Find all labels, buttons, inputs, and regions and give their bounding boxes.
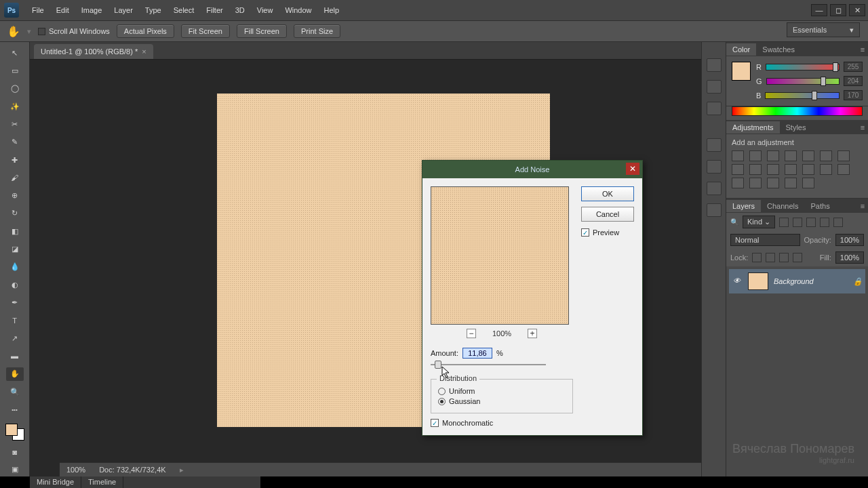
eyedropper-tool-icon[interactable]: ✎ xyxy=(6,136,24,149)
tab-swatches[interactable]: Swatches xyxy=(756,43,801,56)
tab-color[interactable]: Color xyxy=(726,43,756,56)
move-tool-icon[interactable]: ↖ xyxy=(6,46,24,60)
info-panel-icon[interactable] xyxy=(707,102,722,115)
eraser-tool-icon[interactable]: ◧ xyxy=(6,224,24,238)
healing-tool-icon[interactable]: ✚ xyxy=(6,153,24,167)
curves-icon[interactable] xyxy=(767,150,779,161)
tab-mini-bridge[interactable]: Mini Bridge xyxy=(30,476,81,488)
marquee-tool-icon[interactable]: ▭ xyxy=(6,64,24,77)
channel-mixer-icon[interactable] xyxy=(767,164,779,175)
fill-screen-button[interactable]: Fill Screen xyxy=(237,24,287,38)
zoom-out-button[interactable]: − xyxy=(467,329,476,338)
lock-transparency-icon[interactable] xyxy=(752,253,762,262)
type-tool-icon[interactable]: T xyxy=(6,314,24,327)
dialog-titlebar[interactable]: Add Noise ✕ xyxy=(422,161,642,178)
b-value[interactable]: 170 xyxy=(844,90,863,100)
brush-tool-icon[interactable]: 🖌 xyxy=(6,171,24,184)
workspace-switcher[interactable]: Essentials▾ xyxy=(787,22,860,37)
window-close-button[interactable]: ✕ xyxy=(849,4,865,16)
g-value[interactable]: 204 xyxy=(844,76,863,86)
adj-icon-4[interactable] xyxy=(785,178,797,188)
fill-value[interactable]: 100% xyxy=(835,251,864,264)
tab-adjustments[interactable]: Adjustments xyxy=(726,121,780,134)
b-slider[interactable] xyxy=(765,92,840,99)
filter-smart-icon[interactable] xyxy=(833,218,843,227)
amount-input[interactable] xyxy=(462,348,492,359)
cb-icon[interactable] xyxy=(837,150,850,161)
edit-toolbar-icon[interactable]: ••• xyxy=(6,403,24,416)
threshold-icon[interactable] xyxy=(837,164,850,175)
noise-preview[interactable] xyxy=(431,186,569,325)
print-size-button[interactable]: Print Size xyxy=(294,24,340,38)
visibility-toggle-icon[interactable]: 👁 xyxy=(733,277,743,286)
ok-button[interactable]: OK xyxy=(581,186,634,201)
adjustments-panel-menu-icon[interactable]: ≡ xyxy=(857,122,868,133)
filter-shape-icon[interactable] xyxy=(820,218,829,227)
lock-all-icon[interactable] xyxy=(793,253,802,262)
menu-window[interactable]: Window xyxy=(279,6,317,14)
gaussian-radio-row[interactable]: Gaussian xyxy=(438,397,566,405)
foreground-background-swatch[interactable] xyxy=(5,424,24,441)
lock-position-icon[interactable] xyxy=(779,253,789,262)
paragraph-panel-icon[interactable] xyxy=(707,203,722,217)
gradient-map-icon[interactable] xyxy=(732,178,744,188)
actions-panel-icon[interactable] xyxy=(707,80,722,94)
actual-pixels-button[interactable]: Actual Pixels xyxy=(117,24,174,38)
tab-styles[interactable]: Styles xyxy=(780,121,812,134)
blend-mode-select[interactable]: Normal xyxy=(730,234,800,246)
tab-timeline[interactable]: Timeline xyxy=(81,476,123,488)
window-maximize-button[interactable]: ◻ xyxy=(830,4,846,16)
menu-image[interactable]: Image xyxy=(75,6,108,14)
levels-icon[interactable] xyxy=(749,150,762,161)
document-tab[interactable]: Untitled-1 @ 100% (RGB/8) * × xyxy=(34,44,153,59)
color-panel-menu-icon[interactable]: ≡ xyxy=(857,44,868,55)
menu-file[interactable]: File xyxy=(26,6,50,14)
selective-color-icon[interactable] xyxy=(749,178,762,188)
character-panel-icon[interactable] xyxy=(707,182,722,195)
zoom-in-button[interactable]: + xyxy=(528,329,537,338)
hand-tool-icon-tool[interactable]: ✋ xyxy=(6,367,24,381)
zoom-tool-icon[interactable]: 🔍 xyxy=(6,385,24,399)
r-slider[interactable] xyxy=(766,64,840,70)
menu-3d[interactable]: 3D xyxy=(229,6,251,14)
uniform-radio-row[interactable]: Uniform xyxy=(438,387,566,395)
screen-mode-icon[interactable]: ▣ xyxy=(6,463,24,476)
layer-thumbnail[interactable] xyxy=(748,272,768,290)
tab-paths[interactable]: Paths xyxy=(805,200,836,212)
cancel-button[interactable]: Cancel xyxy=(581,207,634,222)
g-slider[interactable] xyxy=(766,78,840,85)
shape-tool-icon[interactable]: ▬ xyxy=(6,349,24,363)
menu-help[interactable]: Help xyxy=(318,6,346,14)
menu-layer[interactable]: Layer xyxy=(108,6,139,14)
vibrance-icon[interactable] xyxy=(802,150,814,161)
stamp-tool-icon[interactable]: ⊕ xyxy=(6,189,24,203)
layers-panel-menu-icon[interactable]: ≡ xyxy=(857,201,868,211)
preview-checkbox[interactable]: ✓ xyxy=(581,228,589,237)
tab-channels[interactable]: Channels xyxy=(761,200,804,212)
doc-info[interactable]: Doc: 732,4K/732,4K xyxy=(99,466,165,474)
filter-adj-icon[interactable] xyxy=(793,218,802,227)
menu-edit[interactable]: Edit xyxy=(50,6,75,14)
fit-screen-button[interactable]: Fit Screen xyxy=(181,24,230,38)
color-lookup-icon[interactable] xyxy=(785,164,797,175)
posterize-icon[interactable] xyxy=(820,164,832,175)
dodge-tool-icon[interactable]: ◐ xyxy=(6,278,24,291)
dialog-close-button[interactable]: ✕ xyxy=(626,163,639,175)
adj-icon-3[interactable] xyxy=(767,178,779,188)
menu-filter[interactable]: Filter xyxy=(200,6,229,14)
photo-filter-icon[interactable] xyxy=(749,164,762,175)
brushes-panel-icon[interactable] xyxy=(707,160,722,174)
opacity-value[interactable]: 100% xyxy=(835,234,864,246)
r-value[interactable]: 255 xyxy=(844,62,863,72)
monochromatic-checkbox[interactable]: ✓ xyxy=(431,419,439,427)
amount-slider[interactable] xyxy=(431,364,546,365)
preview-checkbox-row[interactable]: ✓ Preview xyxy=(581,228,634,237)
quick-mask-icon[interactable]: ◙ xyxy=(6,445,24,458)
pen-tool-icon[interactable]: ✒ xyxy=(6,296,24,309)
blur-tool-icon[interactable]: 💧 xyxy=(6,260,24,274)
path-select-tool-icon[interactable]: ↗ xyxy=(6,331,24,345)
menu-view[interactable]: View xyxy=(251,6,279,14)
gradient-tool-icon[interactable]: ◪ xyxy=(6,242,24,256)
window-minimize-button[interactable]: — xyxy=(811,4,827,16)
hue-icon[interactable] xyxy=(820,150,832,161)
